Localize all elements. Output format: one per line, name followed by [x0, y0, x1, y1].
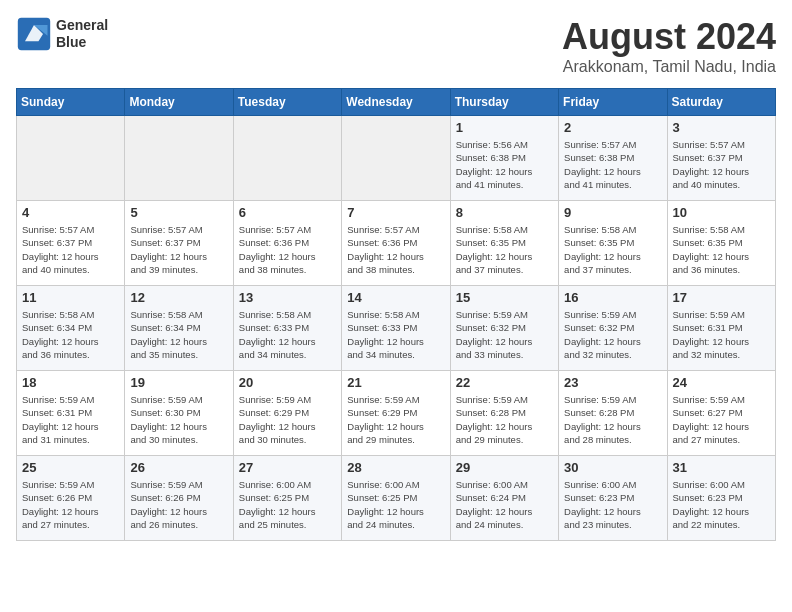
weekday-header: Tuesday	[233, 89, 341, 116]
day-number: 16	[564, 290, 661, 305]
day-info: Sunrise: 5:57 AM Sunset: 6:36 PM Dayligh…	[239, 223, 336, 276]
calendar-cell: 3Sunrise: 5:57 AM Sunset: 6:37 PM Daylig…	[667, 116, 775, 201]
day-number: 19	[130, 375, 227, 390]
weekday-header: Sunday	[17, 89, 125, 116]
day-number: 26	[130, 460, 227, 475]
logo-icon	[16, 16, 52, 52]
calendar-cell: 6Sunrise: 5:57 AM Sunset: 6:36 PM Daylig…	[233, 201, 341, 286]
weekday-row: SundayMondayTuesdayWednesdayThursdayFrid…	[17, 89, 776, 116]
calendar-week-row: 18Sunrise: 5:59 AM Sunset: 6:31 PM Dayli…	[17, 371, 776, 456]
calendar-body: 1Sunrise: 5:56 AM Sunset: 6:38 PM Daylig…	[17, 116, 776, 541]
day-number: 28	[347, 460, 444, 475]
day-info: Sunrise: 5:56 AM Sunset: 6:38 PM Dayligh…	[456, 138, 553, 191]
calendar-cell: 26Sunrise: 5:59 AM Sunset: 6:26 PM Dayli…	[125, 456, 233, 541]
day-info: Sunrise: 5:58 AM Sunset: 6:33 PM Dayligh…	[239, 308, 336, 361]
calendar-cell: 20Sunrise: 5:59 AM Sunset: 6:29 PM Dayli…	[233, 371, 341, 456]
day-info: Sunrise: 5:59 AM Sunset: 6:32 PM Dayligh…	[564, 308, 661, 361]
calendar-cell: 17Sunrise: 5:59 AM Sunset: 6:31 PM Dayli…	[667, 286, 775, 371]
calendar-cell: 23Sunrise: 5:59 AM Sunset: 6:28 PM Dayli…	[559, 371, 667, 456]
calendar-week-row: 4Sunrise: 5:57 AM Sunset: 6:37 PM Daylig…	[17, 201, 776, 286]
calendar-cell: 16Sunrise: 5:59 AM Sunset: 6:32 PM Dayli…	[559, 286, 667, 371]
day-info: Sunrise: 5:59 AM Sunset: 6:28 PM Dayligh…	[564, 393, 661, 446]
weekday-header: Thursday	[450, 89, 558, 116]
calendar-cell: 9Sunrise: 5:58 AM Sunset: 6:35 PM Daylig…	[559, 201, 667, 286]
calendar-cell: 8Sunrise: 5:58 AM Sunset: 6:35 PM Daylig…	[450, 201, 558, 286]
weekday-header: Wednesday	[342, 89, 450, 116]
day-number: 31	[673, 460, 770, 475]
calendar-cell: 19Sunrise: 5:59 AM Sunset: 6:30 PM Dayli…	[125, 371, 233, 456]
day-info: Sunrise: 5:59 AM Sunset: 6:31 PM Dayligh…	[673, 308, 770, 361]
day-number: 12	[130, 290, 227, 305]
day-info: Sunrise: 6:00 AM Sunset: 6:24 PM Dayligh…	[456, 478, 553, 531]
calendar-cell: 21Sunrise: 5:59 AM Sunset: 6:29 PM Dayli…	[342, 371, 450, 456]
calendar-cell	[342, 116, 450, 201]
day-number: 4	[22, 205, 119, 220]
calendar-cell: 30Sunrise: 6:00 AM Sunset: 6:23 PM Dayli…	[559, 456, 667, 541]
day-number: 18	[22, 375, 119, 390]
day-info: Sunrise: 5:59 AM Sunset: 6:32 PM Dayligh…	[456, 308, 553, 361]
weekday-header: Monday	[125, 89, 233, 116]
day-info: Sunrise: 6:00 AM Sunset: 6:25 PM Dayligh…	[347, 478, 444, 531]
calendar-cell	[17, 116, 125, 201]
day-number: 23	[564, 375, 661, 390]
day-number: 20	[239, 375, 336, 390]
day-info: Sunrise: 5:58 AM Sunset: 6:34 PM Dayligh…	[130, 308, 227, 361]
location: Arakkonam, Tamil Nadu, India	[562, 58, 776, 76]
day-info: Sunrise: 5:59 AM Sunset: 6:29 PM Dayligh…	[347, 393, 444, 446]
weekday-header: Friday	[559, 89, 667, 116]
page-header: General Blue August 2024 Arakkonam, Tami…	[16, 16, 776, 76]
day-info: Sunrise: 5:59 AM Sunset: 6:29 PM Dayligh…	[239, 393, 336, 446]
day-number: 6	[239, 205, 336, 220]
day-number: 14	[347, 290, 444, 305]
calendar-week-row: 25Sunrise: 5:59 AM Sunset: 6:26 PM Dayli…	[17, 456, 776, 541]
calendar-cell: 7Sunrise: 5:57 AM Sunset: 6:36 PM Daylig…	[342, 201, 450, 286]
day-number: 22	[456, 375, 553, 390]
day-info: Sunrise: 5:59 AM Sunset: 6:26 PM Dayligh…	[130, 478, 227, 531]
calendar-week-row: 1Sunrise: 5:56 AM Sunset: 6:38 PM Daylig…	[17, 116, 776, 201]
calendar-cell: 1Sunrise: 5:56 AM Sunset: 6:38 PM Daylig…	[450, 116, 558, 201]
calendar-cell: 24Sunrise: 5:59 AM Sunset: 6:27 PM Dayli…	[667, 371, 775, 456]
day-number: 13	[239, 290, 336, 305]
calendar-cell: 11Sunrise: 5:58 AM Sunset: 6:34 PM Dayli…	[17, 286, 125, 371]
day-number: 29	[456, 460, 553, 475]
day-number: 11	[22, 290, 119, 305]
day-info: Sunrise: 5:58 AM Sunset: 6:35 PM Dayligh…	[673, 223, 770, 276]
day-info: Sunrise: 5:58 AM Sunset: 6:33 PM Dayligh…	[347, 308, 444, 361]
day-info: Sunrise: 5:57 AM Sunset: 6:36 PM Dayligh…	[347, 223, 444, 276]
calendar-cell: 31Sunrise: 6:00 AM Sunset: 6:23 PM Dayli…	[667, 456, 775, 541]
calendar-cell: 12Sunrise: 5:58 AM Sunset: 6:34 PM Dayli…	[125, 286, 233, 371]
calendar-cell: 28Sunrise: 6:00 AM Sunset: 6:25 PM Dayli…	[342, 456, 450, 541]
day-number: 30	[564, 460, 661, 475]
logo: General Blue	[16, 16, 108, 52]
calendar-cell: 18Sunrise: 5:59 AM Sunset: 6:31 PM Dayli…	[17, 371, 125, 456]
day-number: 2	[564, 120, 661, 135]
day-info: Sunrise: 6:00 AM Sunset: 6:23 PM Dayligh…	[564, 478, 661, 531]
day-number: 27	[239, 460, 336, 475]
logo-text: General Blue	[56, 17, 108, 51]
day-info: Sunrise: 5:58 AM Sunset: 6:35 PM Dayligh…	[564, 223, 661, 276]
day-number: 17	[673, 290, 770, 305]
calendar-cell: 22Sunrise: 5:59 AM Sunset: 6:28 PM Dayli…	[450, 371, 558, 456]
day-info: Sunrise: 6:00 AM Sunset: 6:23 PM Dayligh…	[673, 478, 770, 531]
day-number: 25	[22, 460, 119, 475]
day-number: 3	[673, 120, 770, 135]
day-number: 24	[673, 375, 770, 390]
title-block: August 2024 Arakkonam, Tamil Nadu, India	[562, 16, 776, 76]
day-number: 1	[456, 120, 553, 135]
weekday-header: Saturday	[667, 89, 775, 116]
calendar-cell: 4Sunrise: 5:57 AM Sunset: 6:37 PM Daylig…	[17, 201, 125, 286]
calendar-week-row: 11Sunrise: 5:58 AM Sunset: 6:34 PM Dayli…	[17, 286, 776, 371]
calendar-cell: 27Sunrise: 6:00 AM Sunset: 6:25 PM Dayli…	[233, 456, 341, 541]
day-number: 5	[130, 205, 227, 220]
day-info: Sunrise: 5:59 AM Sunset: 6:27 PM Dayligh…	[673, 393, 770, 446]
calendar-header: SundayMondayTuesdayWednesdayThursdayFrid…	[17, 89, 776, 116]
day-info: Sunrise: 5:57 AM Sunset: 6:37 PM Dayligh…	[130, 223, 227, 276]
day-number: 21	[347, 375, 444, 390]
day-info: Sunrise: 5:57 AM Sunset: 6:37 PM Dayligh…	[22, 223, 119, 276]
calendar-cell	[125, 116, 233, 201]
calendar-table: SundayMondayTuesdayWednesdayThursdayFrid…	[16, 88, 776, 541]
calendar-cell	[233, 116, 341, 201]
calendar-cell: 15Sunrise: 5:59 AM Sunset: 6:32 PM Dayli…	[450, 286, 558, 371]
day-info: Sunrise: 5:59 AM Sunset: 6:26 PM Dayligh…	[22, 478, 119, 531]
month-year: August 2024	[562, 16, 776, 58]
